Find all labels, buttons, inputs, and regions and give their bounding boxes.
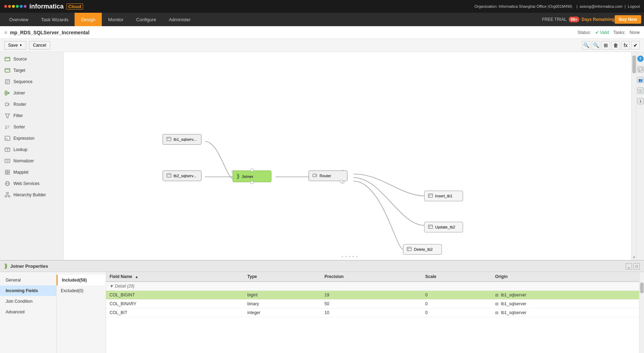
field-col-bit: COL_BIT — [106, 308, 244, 317]
grid-button[interactable]: ⊞ — [602, 41, 610, 50]
chat-icon[interactable]: 💬 — [637, 66, 644, 73]
node-insert-tb1[interactable]: Insert_tb1 — [424, 191, 463, 201]
node-delete-tb2[interactable]: Delete_tb2 — [403, 244, 442, 255]
target-icon — [4, 67, 11, 74]
field-col-binary: COL_BINARY — [106, 300, 244, 308]
save-dropdown-arrow[interactable]: ▼ — [19, 44, 22, 47]
node-tb1-sqlserv[interactable]: tb1_sqlserv... — [163, 134, 201, 145]
type-col-binary: binary — [244, 300, 321, 308]
help-icon[interactable]: ? — [637, 56, 644, 62]
web-services-icon — [4, 180, 11, 187]
col-scale[interactable]: Scale — [422, 272, 492, 282]
table-row[interactable]: COL_BIGINT bigint 19 0 ⊟ tb1_sqlserver — [106, 291, 639, 300]
sidebar-item-joiner[interactable]: Joiner — [0, 87, 63, 99]
user-email-link[interactable]: axiong@informatica.com — [580, 4, 622, 8]
panel-maximize-button[interactable]: □ — [633, 263, 640, 270]
sidebar-item-router[interactable]: Router — [0, 99, 63, 110]
node-insert-tb1-label: Insert_tb1 — [435, 194, 452, 198]
panel-title: Joiner Properties — [10, 264, 48, 269]
mapplet-icon — [4, 169, 11, 175]
panel-nav-advanced[interactable]: Advanced — [0, 307, 56, 317]
breadcrumb-menu-icon[interactable]: ≡ — [4, 30, 7, 35]
nav-design[interactable]: Design — [75, 13, 101, 26]
svg-rect-35 — [8, 196, 10, 197]
logout-link[interactable]: Logout — [628, 4, 640, 8]
nav-overview[interactable]: Overview — [3, 13, 35, 26]
svg-rect-55 — [407, 247, 411, 251]
nav-task-wizards[interactable]: Task Wizards — [35, 13, 75, 26]
expression-button[interactable]: fx — [621, 41, 630, 50]
tab-excluded[interactable]: Excluded(0) — [57, 285, 106, 296]
joiner-top-port — [251, 169, 253, 172]
expression-icon: fx — [4, 135, 11, 141]
canvas-scrollbar[interactable]: ▼ — [631, 52, 636, 260]
sort-arrow-field: ▲ — [135, 275, 138, 279]
delete-button[interactable]: 🗑 — [611, 41, 620, 50]
zoom-out-button[interactable]: 🔍 — [592, 41, 600, 50]
logo-dots — [4, 5, 27, 8]
svg-rect-27 — [8, 170, 10, 172]
dot-blue — [20, 5, 23, 8]
hierarchy-builder-label: Hierarchy Builder — [13, 192, 46, 197]
nav-configure[interactable]: Configure — [130, 13, 162, 26]
node-tb2-sqlserv[interactable]: tb2_sqlserv... — [163, 170, 201, 181]
tab-included[interactable]: Included(58) — [57, 275, 106, 285]
sidebar-item-target[interactable]: Target — [0, 65, 63, 76]
node-update-icon — [428, 224, 433, 230]
cart-icon[interactable]: 🛒 — [637, 87, 644, 94]
sidebar-item-expression[interactable]: fx Expression — [0, 133, 63, 144]
sidebar-item-sorter[interactable]: Sorter — [0, 121, 63, 133]
node-router-icon — [312, 173, 317, 179]
col-type[interactable]: Type — [244, 272, 321, 282]
navbar: Overview Task Wizards Design Monitor Con… — [0, 13, 644, 26]
svg-rect-44 — [167, 174, 171, 177]
info-icon[interactable]: ℹ — [637, 98, 644, 104]
resize-handle[interactable]: • • • • • — [342, 255, 358, 259]
panel-nav-general[interactable]: General — [0, 275, 56, 285]
type-col-bigint: bigint — [244, 291, 321, 300]
sidebar-item-mapplet[interactable]: Mapplet — [0, 167, 63, 178]
nav-monitor[interactable]: Monitor — [102, 13, 130, 26]
panel-nav-join-condition[interactable]: Join Condition — [0, 296, 56, 307]
table-row[interactable]: COL_BIT integer 10 0 ⊟ tb1_sqlserver — [106, 308, 639, 317]
sidebar-item-lookup[interactable]: Lookup — [0, 144, 63, 155]
svg-rect-26 — [5, 170, 7, 172]
days-remaining-label: Days Remaining — [581, 17, 614, 22]
router-icon — [4, 101, 11, 108]
canvas-scrollbar-thumb — [632, 56, 636, 73]
validate-button[interactable]: ✔ — [631, 41, 640, 50]
precision-col-bit: 10 — [321, 308, 422, 317]
nav-administer[interactable]: Administer — [163, 13, 197, 26]
node-update-tb2[interactable]: Update_tb2 — [424, 222, 463, 232]
panel-nav-incoming-fields[interactable]: Incoming Fields — [0, 285, 56, 296]
node-router[interactable]: Router — [309, 170, 347, 181]
panel-minimize-button[interactable]: _ — [626, 263, 632, 270]
origin-icon-bigint: ⊟ — [495, 293, 498, 297]
fields-table-scrollbar[interactable]: ▼ — [639, 272, 644, 353]
svg-point-8 — [5, 91, 7, 93]
sidebar-item-filter[interactable]: Filter — [0, 110, 63, 121]
sidebar-item-hierarchy-builder[interactable]: Hierarchy Builder — [0, 189, 63, 201]
bottom-panel-content: General Incoming Fields Join Condition A… — [0, 272, 644, 353]
expression-label: Expression — [13, 136, 34, 141]
zoom-in-button[interactable]: 🔍 — [582, 41, 590, 50]
col-origin[interactable]: Origin — [492, 272, 639, 282]
sidebar-item-source[interactable]: Source — [0, 53, 63, 65]
node-delete-tb2-label: Delete_tb2 — [414, 247, 433, 251]
sidebar-item-normalizer[interactable]: Normalizer — [0, 155, 63, 167]
sidebar-item-sequence[interactable]: Sequence — [0, 76, 63, 87]
toolbar-right: 🔍 🔍 ⊞ 🗑 fx ✔ — [582, 41, 640, 50]
node-joiner[interactable]: ⟫ Joiner — [233, 170, 271, 182]
col-field-name[interactable]: Field Name ▲ — [106, 272, 244, 282]
canvas-connections — [64, 52, 636, 260]
table-row[interactable]: COL_BINARY binary 50 0 ⊟ tb1_sqlserver — [106, 300, 639, 308]
precision-col-binary: 50 — [321, 300, 422, 308]
save-button[interactable]: Save ▼ — [4, 41, 26, 50]
scroll-bottom-arrow[interactable]: ▼ — [632, 255, 636, 259]
cancel-button[interactable]: Cancel — [29, 41, 50, 50]
buy-now-button[interactable]: Buy Now — [615, 15, 641, 24]
sidebar-item-web-services[interactable]: Web Services — [0, 178, 63, 189]
col-precision[interactable]: Precision — [321, 272, 422, 282]
svg-rect-33 — [6, 192, 8, 194]
users-icon[interactable]: 👥 — [637, 77, 644, 83]
